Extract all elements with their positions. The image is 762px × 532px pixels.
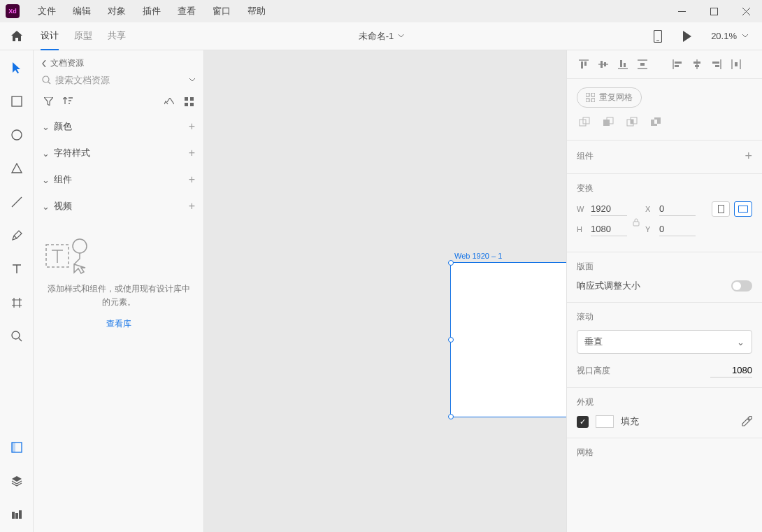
align-right-icon[interactable] — [707, 55, 726, 74]
menu-help[interactable]: 帮助 — [239, 0, 274, 22]
menu-object[interactable]: 对象 — [99, 0, 134, 22]
bool-exclude-icon[interactable] — [648, 115, 663, 130]
lock-aspect-icon[interactable] — [630, 218, 642, 227]
resize-handle-bl[interactable] — [448, 414, 454, 419]
align-bottom-icon[interactable] — [613, 55, 633, 74]
chevron-down-icon: ⌄ — [42, 122, 50, 132]
chevron-down-icon — [742, 34, 748, 38]
section-char-styles[interactable]: ⌄ 字符样式 + — [34, 140, 203, 166]
appearance-section: 外观 ✓ 填充 — [567, 388, 762, 438]
menu-view[interactable]: 查看 — [169, 0, 204, 22]
section-colors[interactable]: ⌄ 颜色 + — [34, 113, 203, 140]
assets-panel-toggle[interactable] — [8, 438, 26, 456]
close-button[interactable] — [730, 0, 762, 22]
menu-edit[interactable]: 编辑 — [64, 0, 99, 22]
height-input[interactable] — [591, 222, 627, 236]
home-button[interactable] — [0, 22, 34, 50]
section-video[interactable]: ⌄ 视频 + — [34, 193, 203, 220]
filter-icon[interactable] — [42, 95, 55, 108]
fill-color-swatch[interactable] — [596, 415, 614, 428]
artboard-tool[interactable] — [8, 294, 26, 312]
line-tool[interactable] — [8, 193, 26, 211]
artboard[interactable] — [450, 262, 566, 417]
document-title-text: 未命名-1 — [359, 30, 394, 43]
ellipse-tool[interactable] — [8, 126, 26, 144]
menu-window[interactable]: 窗口 — [204, 0, 239, 22]
play-preview-icon[interactable] — [677, 27, 697, 46]
menu-plugins[interactable]: 插件 — [134, 0, 169, 22]
tab-design[interactable]: 设计 — [41, 22, 59, 50]
svg-rect-24 — [624, 63, 626, 67]
plugins-panel-toggle[interactable] — [8, 505, 26, 524]
bool-add-icon[interactable] — [577, 115, 592, 130]
zoom-tool[interactable] — [8, 327, 26, 345]
svg-rect-8 — [12, 443, 15, 452]
distribute-h-icon[interactable] — [726, 55, 746, 74]
svg-rect-34 — [591, 93, 595, 96]
y-input[interactable] — [659, 222, 696, 236]
app-logo: Xd — [6, 4, 20, 18]
mobile-preview-icon[interactable] — [648, 27, 668, 46]
assets-back[interactable]: 文档资源 — [34, 50, 203, 75]
resize-handle-ml[interactable] — [448, 337, 454, 343]
text-tool[interactable] — [8, 260, 26, 278]
chevron-down-icon[interactable] — [189, 78, 195, 82]
layers-panel-toggle[interactable] — [8, 472, 26, 490]
assets-actions — [34, 91, 203, 113]
width-input[interactable] — [591, 202, 627, 216]
artboard-label[interactable]: Web 1920 – 1 — [454, 252, 502, 260]
repeat-grid-section: 重复网格 — [567, 79, 762, 141]
menu-file[interactable]: 文件 — [29, 0, 64, 22]
add-component-button[interactable]: + — [189, 173, 195, 186]
svg-point-5 — [12, 130, 22, 140]
svg-rect-3 — [656, 40, 659, 41]
assets-search-input[interactable] — [55, 75, 185, 85]
align-top-icon[interactable] — [574, 55, 594, 74]
view-library-link[interactable]: 查看库 — [106, 317, 131, 331]
bool-intersect-icon[interactable] — [624, 115, 640, 130]
align-left-icon[interactable] — [668, 55, 687, 74]
sort-icon[interactable] — [62, 95, 74, 108]
pen-tool[interactable] — [8, 227, 26, 245]
x-input[interactable] — [659, 202, 696, 216]
document-title[interactable]: 未命名-1 — [359, 30, 404, 43]
add-char-style-button[interactable]: + — [189, 147, 195, 159]
fill-enabled-checkbox[interactable]: ✓ — [577, 416, 589, 428]
svg-rect-21 — [601, 61, 603, 68]
svg-rect-25 — [640, 63, 645, 66]
window-controls — [666, 0, 762, 22]
section-components[interactable]: ⌄ 组件 + — [34, 166, 203, 193]
orientation-landscape[interactable] — [734, 201, 752, 217]
maximize-button[interactable] — [698, 0, 730, 22]
w-label: W — [577, 205, 587, 213]
polygon-tool[interactable] — [8, 159, 26, 178]
tab-share[interactable]: 共享 — [108, 22, 126, 50]
scroll-select[interactable]: 垂直 ⌄ — [577, 330, 752, 354]
zoom-select[interactable]: 20.1% — [707, 28, 752, 44]
bool-subtract-icon[interactable] — [601, 115, 616, 130]
resize-handle-tl[interactable] — [448, 260, 454, 266]
responsive-label: 响应式调整大小 — [577, 280, 640, 292]
svg-rect-19 — [581, 62, 583, 69]
grid-view-icon[interactable] — [182, 95, 195, 108]
orientation-portrait[interactable] — [712, 201, 730, 217]
viewport-height-input[interactable] — [710, 364, 752, 378]
layout-label: 版面 — [577, 261, 752, 273]
responsive-toggle[interactable] — [731, 280, 752, 292]
scroll-section: 滚动 垂直 ⌄ 视口高度 — [567, 303, 762, 388]
add-video-button[interactable]: + — [189, 200, 195, 213]
add-component-instance-button[interactable]: + — [745, 149, 752, 164]
align-hcenter-icon[interactable] — [687, 55, 707, 74]
section-video-label: 视频 — [54, 200, 72, 213]
align-vcenter-icon[interactable] — [594, 55, 613, 74]
tab-prototype[interactable]: 原型 — [74, 22, 92, 50]
distribute-v-icon[interactable] — [633, 55, 652, 74]
eyedropper-icon[interactable] — [741, 416, 752, 427]
repeat-grid-button[interactable]: 重复网格 — [577, 87, 642, 108]
canvas[interactable]: Web 1920 – 1 — [204, 50, 566, 532]
rectangle-tool[interactable] — [8, 92, 26, 110]
add-color-button[interactable]: + — [189, 120, 195, 133]
minimize-button[interactable] — [666, 0, 698, 22]
list-view-icon[interactable] — [163, 95, 175, 108]
select-tool[interactable] — [8, 59, 26, 77]
